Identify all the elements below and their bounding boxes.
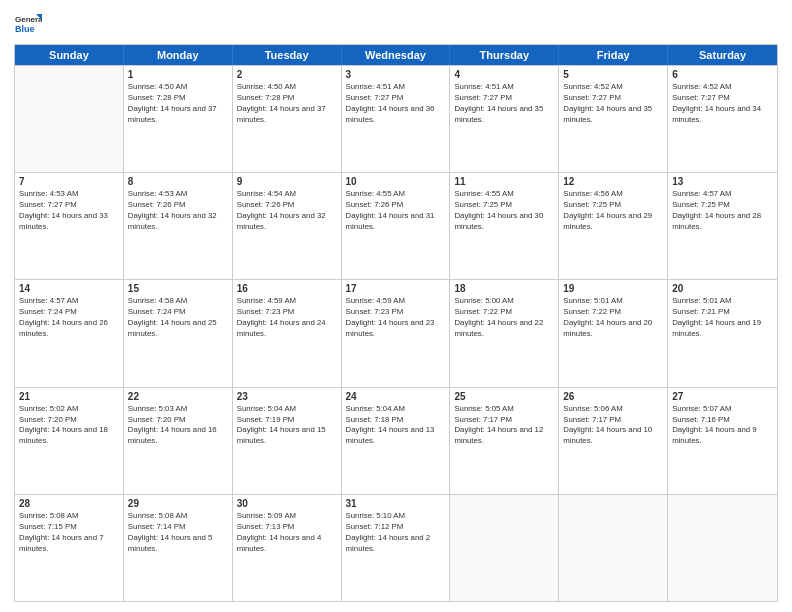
logo-icon: General Blue	[14, 10, 42, 38]
cell-day-number: 24	[346, 391, 446, 402]
calendar-cell: 12Sunrise: 4:56 AM Sunset: 7:25 PM Dayli…	[559, 173, 668, 279]
cell-info: Sunrise: 4:52 AM Sunset: 7:27 PM Dayligh…	[563, 82, 663, 126]
calendar-cell: 27Sunrise: 5:07 AM Sunset: 7:16 PM Dayli…	[668, 388, 777, 494]
cell-day-number: 14	[19, 283, 119, 294]
cell-info: Sunrise: 5:10 AM Sunset: 7:12 PM Dayligh…	[346, 511, 446, 555]
calendar-cell: 21Sunrise: 5:02 AM Sunset: 7:20 PM Dayli…	[15, 388, 124, 494]
cell-day-number: 13	[672, 176, 773, 187]
cell-info: Sunrise: 5:08 AM Sunset: 7:14 PM Dayligh…	[128, 511, 228, 555]
header-day-saturday: Saturday	[668, 45, 777, 65]
page: General Blue SundayMondayTuesdayWednesda…	[0, 0, 792, 612]
cell-day-number: 11	[454, 176, 554, 187]
calendar-cell: 5Sunrise: 4:52 AM Sunset: 7:27 PM Daylig…	[559, 66, 668, 172]
header-day-thursday: Thursday	[450, 45, 559, 65]
cell-day-number: 30	[237, 498, 337, 509]
cell-info: Sunrise: 4:52 AM Sunset: 7:27 PM Dayligh…	[672, 82, 773, 126]
cell-info: Sunrise: 5:06 AM Sunset: 7:17 PM Dayligh…	[563, 404, 663, 448]
calendar-cell: 30Sunrise: 5:09 AM Sunset: 7:13 PM Dayli…	[233, 495, 342, 601]
calendar-cell: 28Sunrise: 5:08 AM Sunset: 7:15 PM Dayli…	[15, 495, 124, 601]
cell-info: Sunrise: 4:59 AM Sunset: 7:23 PM Dayligh…	[346, 296, 446, 340]
cell-day-number: 2	[237, 69, 337, 80]
cell-info: Sunrise: 5:08 AM Sunset: 7:15 PM Dayligh…	[19, 511, 119, 555]
cell-info: Sunrise: 4:51 AM Sunset: 7:27 PM Dayligh…	[346, 82, 446, 126]
svg-text:Blue: Blue	[15, 24, 35, 34]
calendar-cell: 7Sunrise: 4:53 AM Sunset: 7:27 PM Daylig…	[15, 173, 124, 279]
cell-info: Sunrise: 4:50 AM Sunset: 7:28 PM Dayligh…	[128, 82, 228, 126]
calendar-cell: 2Sunrise: 4:50 AM Sunset: 7:28 PM Daylig…	[233, 66, 342, 172]
cell-day-number: 12	[563, 176, 663, 187]
cell-day-number: 23	[237, 391, 337, 402]
cell-info: Sunrise: 5:04 AM Sunset: 7:19 PM Dayligh…	[237, 404, 337, 448]
calendar-cell: 29Sunrise: 5:08 AM Sunset: 7:14 PM Dayli…	[124, 495, 233, 601]
header-day-tuesday: Tuesday	[233, 45, 342, 65]
cell-info: Sunrise: 4:54 AM Sunset: 7:26 PM Dayligh…	[237, 189, 337, 233]
calendar-cell	[15, 66, 124, 172]
calendar-cell: 22Sunrise: 5:03 AM Sunset: 7:20 PM Dayli…	[124, 388, 233, 494]
svg-text:General: General	[15, 15, 42, 24]
calendar-cell: 25Sunrise: 5:05 AM Sunset: 7:17 PM Dayli…	[450, 388, 559, 494]
calendar-cell	[668, 495, 777, 601]
cell-day-number: 28	[19, 498, 119, 509]
cell-day-number: 3	[346, 69, 446, 80]
cell-info: Sunrise: 4:57 AM Sunset: 7:24 PM Dayligh…	[19, 296, 119, 340]
calendar-cell: 26Sunrise: 5:06 AM Sunset: 7:17 PM Dayli…	[559, 388, 668, 494]
header-day-friday: Friday	[559, 45, 668, 65]
cell-info: Sunrise: 4:53 AM Sunset: 7:27 PM Dayligh…	[19, 189, 119, 233]
calendar-header: SundayMondayTuesdayWednesdayThursdayFrid…	[15, 45, 777, 65]
cell-info: Sunrise: 4:55 AM Sunset: 7:26 PM Dayligh…	[346, 189, 446, 233]
calendar-cell: 13Sunrise: 4:57 AM Sunset: 7:25 PM Dayli…	[668, 173, 777, 279]
cell-info: Sunrise: 4:59 AM Sunset: 7:23 PM Dayligh…	[237, 296, 337, 340]
cell-info: Sunrise: 5:04 AM Sunset: 7:18 PM Dayligh…	[346, 404, 446, 448]
cell-info: Sunrise: 5:02 AM Sunset: 7:20 PM Dayligh…	[19, 404, 119, 448]
cell-info: Sunrise: 4:56 AM Sunset: 7:25 PM Dayligh…	[563, 189, 663, 233]
cell-day-number: 31	[346, 498, 446, 509]
cell-day-number: 20	[672, 283, 773, 294]
calendar-cell: 19Sunrise: 5:01 AM Sunset: 7:22 PM Dayli…	[559, 280, 668, 386]
cell-day-number: 21	[19, 391, 119, 402]
calendar-body: 1Sunrise: 4:50 AM Sunset: 7:28 PM Daylig…	[15, 65, 777, 601]
header-day-sunday: Sunday	[15, 45, 124, 65]
cell-day-number: 29	[128, 498, 228, 509]
cell-day-number: 17	[346, 283, 446, 294]
cell-day-number: 25	[454, 391, 554, 402]
calendar-cell	[450, 495, 559, 601]
cell-day-number: 4	[454, 69, 554, 80]
header-day-monday: Monday	[124, 45, 233, 65]
calendar-week-1: 1Sunrise: 4:50 AM Sunset: 7:28 PM Daylig…	[15, 65, 777, 172]
calendar-week-5: 28Sunrise: 5:08 AM Sunset: 7:15 PM Dayli…	[15, 494, 777, 601]
calendar: SundayMondayTuesdayWednesdayThursdayFrid…	[14, 44, 778, 602]
calendar-cell: 20Sunrise: 5:01 AM Sunset: 7:21 PM Dayli…	[668, 280, 777, 386]
calendar-cell: 18Sunrise: 5:00 AM Sunset: 7:22 PM Dayli…	[450, 280, 559, 386]
cell-info: Sunrise: 5:00 AM Sunset: 7:22 PM Dayligh…	[454, 296, 554, 340]
calendar-cell: 24Sunrise: 5:04 AM Sunset: 7:18 PM Dayli…	[342, 388, 451, 494]
cell-info: Sunrise: 5:09 AM Sunset: 7:13 PM Dayligh…	[237, 511, 337, 555]
header: General Blue	[14, 10, 778, 38]
cell-day-number: 10	[346, 176, 446, 187]
cell-info: Sunrise: 4:50 AM Sunset: 7:28 PM Dayligh…	[237, 82, 337, 126]
calendar-cell: 3Sunrise: 4:51 AM Sunset: 7:27 PM Daylig…	[342, 66, 451, 172]
calendar-week-2: 7Sunrise: 4:53 AM Sunset: 7:27 PM Daylig…	[15, 172, 777, 279]
cell-info: Sunrise: 4:51 AM Sunset: 7:27 PM Dayligh…	[454, 82, 554, 126]
calendar-cell	[559, 495, 668, 601]
cell-info: Sunrise: 4:58 AM Sunset: 7:24 PM Dayligh…	[128, 296, 228, 340]
cell-day-number: 7	[19, 176, 119, 187]
cell-info: Sunrise: 5:01 AM Sunset: 7:21 PM Dayligh…	[672, 296, 773, 340]
calendar-cell: 15Sunrise: 4:58 AM Sunset: 7:24 PM Dayli…	[124, 280, 233, 386]
cell-day-number: 6	[672, 69, 773, 80]
calendar-cell: 31Sunrise: 5:10 AM Sunset: 7:12 PM Dayli…	[342, 495, 451, 601]
cell-day-number: 1	[128, 69, 228, 80]
calendar-cell: 4Sunrise: 4:51 AM Sunset: 7:27 PM Daylig…	[450, 66, 559, 172]
cell-info: Sunrise: 5:05 AM Sunset: 7:17 PM Dayligh…	[454, 404, 554, 448]
cell-day-number: 22	[128, 391, 228, 402]
calendar-cell: 17Sunrise: 4:59 AM Sunset: 7:23 PM Dayli…	[342, 280, 451, 386]
cell-info: Sunrise: 5:01 AM Sunset: 7:22 PM Dayligh…	[563, 296, 663, 340]
cell-day-number: 15	[128, 283, 228, 294]
cell-info: Sunrise: 4:55 AM Sunset: 7:25 PM Dayligh…	[454, 189, 554, 233]
calendar-cell: 8Sunrise: 4:53 AM Sunset: 7:26 PM Daylig…	[124, 173, 233, 279]
cell-day-number: 8	[128, 176, 228, 187]
cell-info: Sunrise: 4:57 AM Sunset: 7:25 PM Dayligh…	[672, 189, 773, 233]
cell-day-number: 27	[672, 391, 773, 402]
calendar-cell: 10Sunrise: 4:55 AM Sunset: 7:26 PM Dayli…	[342, 173, 451, 279]
cell-day-number: 5	[563, 69, 663, 80]
cell-day-number: 19	[563, 283, 663, 294]
